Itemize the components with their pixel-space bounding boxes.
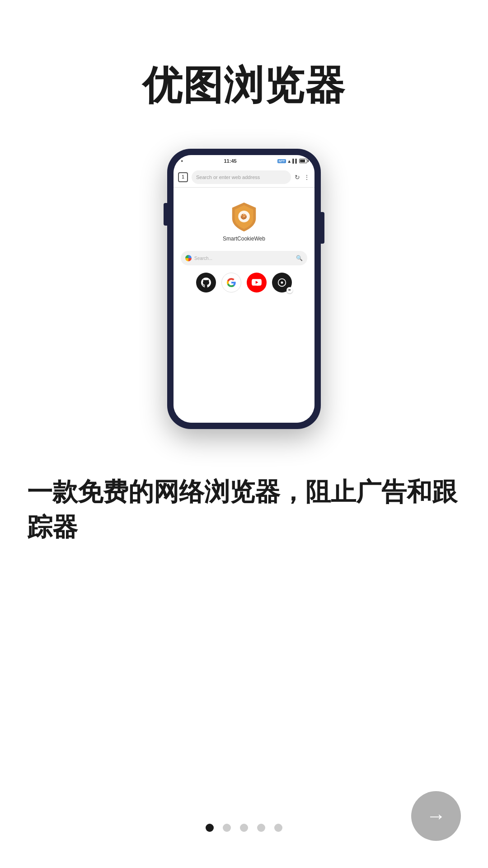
dot-5[interactable] xyxy=(274,824,282,832)
dot-2[interactable] xyxy=(223,824,231,832)
browser-tab-icon[interactable]: 1 xyxy=(178,172,188,182)
shortcut-edit-icon: ✏ xyxy=(286,287,293,293)
search-icon: 🔍 xyxy=(296,255,303,261)
status-left-icon: ● xyxy=(181,159,183,163)
search-placeholder: Search... xyxy=(194,256,293,261)
phone-screen: ● 11:45 NTT ▲ ▌▌ 1 Search or enter web a xyxy=(174,155,314,423)
refresh-icon[interactable]: ↻ xyxy=(295,174,300,181)
address-placeholder: Search or enter web address xyxy=(196,175,260,180)
more-icon[interactable]: ⋮ xyxy=(304,174,310,181)
shortcut-github[interactable] xyxy=(196,273,216,292)
dot-4[interactable] xyxy=(257,824,265,832)
address-bar[interactable]: 1 Search or enter web address ↻ ⋮ xyxy=(174,167,314,188)
browser-search-bar[interactable]: Search... 🔍 xyxy=(181,251,307,265)
description-text: 一款免费的网络浏览器，阻止广告和跟踪器 xyxy=(0,474,488,545)
app-name-label: SmartCookieWeb xyxy=(223,236,265,242)
phone-mockup: ● 11:45 NTT ▲ ▌▌ 1 Search or enter web a xyxy=(167,149,321,429)
app-title: 优图浏览器 xyxy=(142,59,346,113)
dot-1[interactable] xyxy=(206,824,214,832)
shortcuts-row: ✏ xyxy=(196,273,292,292)
battery-fill xyxy=(300,160,305,162)
ntt-badge: NTT xyxy=(277,159,286,163)
battery-icon xyxy=(299,159,307,163)
shortcut-google[interactable] xyxy=(221,273,241,292)
signal-icon: ▌▌ xyxy=(292,159,298,163)
svg-text:🍪: 🍪 xyxy=(240,213,247,220)
status-right: NTT ▲ ▌▌ xyxy=(277,159,307,164)
shortcut-youtube[interactable] xyxy=(247,273,267,292)
address-bar-actions: ↻ ⋮ xyxy=(295,174,310,181)
next-arrow-icon: → xyxy=(426,805,446,827)
browser-content: 🍪 SmartCookieWeb Search... 🔍 xyxy=(174,188,314,423)
wifi-icon: ▲ xyxy=(287,159,291,164)
phone-shell: ● 11:45 NTT ▲ ▌▌ 1 Search or enter web a xyxy=(167,149,321,429)
shield-icon: 🍪 xyxy=(228,201,260,233)
status-time: 11:45 xyxy=(224,158,237,164)
google-g-icon xyxy=(185,255,192,261)
dot-3[interactable] xyxy=(240,824,248,832)
address-input[interactable]: Search or enter web address xyxy=(192,170,291,184)
status-bar: ● 11:45 NTT ▲ ▌▌ xyxy=(174,155,314,167)
next-button[interactable]: → xyxy=(411,791,461,841)
browser-logo: 🍪 SmartCookieWeb xyxy=(223,201,265,242)
shortcut-other[interactable]: ✏ xyxy=(272,273,292,292)
svg-point-3 xyxy=(281,282,283,284)
tab-number: 1 xyxy=(182,175,184,179)
